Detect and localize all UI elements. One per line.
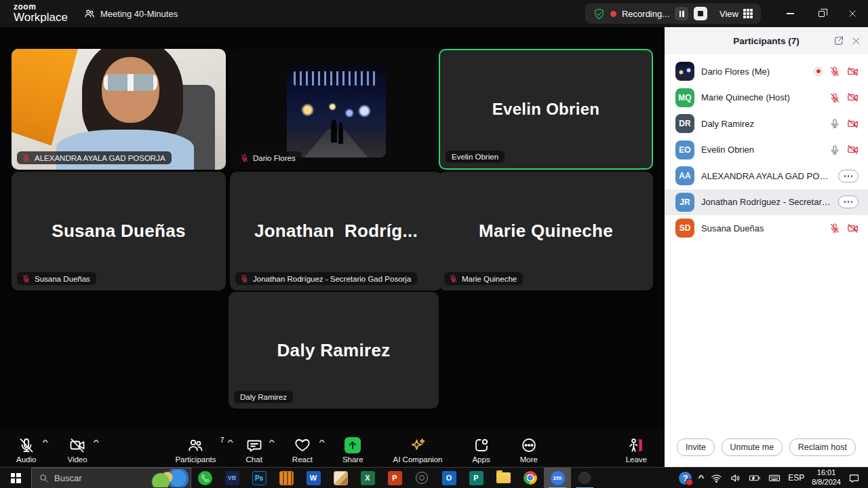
taskbar-whatsapp-icon[interactable] xyxy=(191,468,218,488)
get-help-notification-icon[interactable]: ? xyxy=(679,472,692,485)
battery-charging-icon[interactable] xyxy=(749,472,761,484)
camera-off-icon[interactable] xyxy=(847,144,859,155)
mic-on-icon[interactable] xyxy=(829,118,840,129)
taskbar-publisher-icon[interactable]: P xyxy=(462,468,490,488)
avatar-initials: SD xyxy=(679,223,691,233)
participant-row-evelin[interactable]: EO Evelin Obrien xyxy=(665,137,868,164)
video-tile-dario[interactable]: Dario Flores xyxy=(230,49,442,170)
participant-row-daly[interactable]: DR Daly Ramirez xyxy=(665,111,868,137)
taskbar-explorer-icon[interactable] xyxy=(490,468,517,488)
avatar-initials: JR xyxy=(679,198,690,207)
recording-label: Recording... xyxy=(622,9,669,19)
view-grid-icon xyxy=(743,9,753,18)
apps-icon xyxy=(473,437,490,453)
restore-button[interactable] xyxy=(806,0,837,27)
volume-icon[interactable] xyxy=(730,472,741,484)
more-options-button[interactable] xyxy=(838,170,859,183)
taskbar-chrome-icon[interactable] xyxy=(517,468,544,488)
close-panel-icon[interactable] xyxy=(851,36,861,46)
camera-off-icon[interactable] xyxy=(847,92,859,103)
video-tile-susana[interactable]: Susana Dueñas Susana Dueñas xyxy=(12,172,226,290)
minimize-button[interactable] xyxy=(774,0,806,27)
search-input[interactable] xyxy=(54,473,136,483)
react-button[interactable]: React ^ xyxy=(292,432,313,464)
video-tile-evelin-active-speaker[interactable]: Evelin Obrien Evelin Obrien xyxy=(439,49,653,170)
react-chevron[interactable]: ^ xyxy=(319,438,325,445)
reclaim-host-button[interactable]: Reclaim host xyxy=(789,438,856,456)
chat-chevron[interactable]: ^ xyxy=(269,438,275,445)
taskbar-zoom-icon-active[interactable]: zm xyxy=(544,468,571,488)
stop-recording-button[interactable] xyxy=(694,7,707,20)
share-button[interactable]: Share xyxy=(342,432,363,464)
video-chevron[interactable]: ^ xyxy=(94,438,100,445)
taskbar-videopad-icon[interactable] xyxy=(273,468,300,488)
participants-chevron[interactable]: ^ xyxy=(227,438,233,445)
avatar-initials-badge: JR xyxy=(675,193,694,212)
taskbar-clock[interactable]: 16:01 8/8/2024 xyxy=(812,468,841,487)
apps-button[interactable]: Apps xyxy=(472,432,490,464)
taskbar-connect-icon[interactable] xyxy=(408,468,435,488)
view-button[interactable]: View xyxy=(719,9,753,19)
more-button[interactable]: More xyxy=(520,432,538,464)
camera-off-icon[interactable] xyxy=(847,118,859,130)
touch-keyboard-icon[interactable] xyxy=(768,472,781,484)
participants-panel-header: Participants (7) xyxy=(665,27,868,54)
chat-icon xyxy=(246,437,262,453)
mic-on-icon[interactable] xyxy=(829,145,840,155)
video-tile-marie[interactable]: Marie Quineche Marie Quineche xyxy=(439,172,653,290)
video-tile-alexandra[interactable]: ALEXANDRA AYALA GAD POSORJA xyxy=(12,49,226,170)
taskbar-search[interactable] xyxy=(31,468,191,488)
close-button[interactable] xyxy=(837,0,868,27)
participant-row-alexandra[interactable]: AA ALEXANDRA AYALA GAD POSORJA xyxy=(665,163,868,189)
start-button[interactable] xyxy=(0,468,31,488)
video-button[interactable]: Video ^ xyxy=(67,432,87,464)
muted-mic-icon[interactable] xyxy=(829,223,840,233)
heart-react-icon xyxy=(294,437,311,453)
more-label: More xyxy=(520,455,538,464)
muted-mic-icon[interactable] xyxy=(829,92,840,103)
invite-button[interactable]: Invite xyxy=(677,438,715,456)
taskbar-word-icon[interactable]: W xyxy=(300,468,327,488)
pause-recording-button[interactable] xyxy=(675,7,688,20)
participant-row-marie[interactable]: MQ Marie Quineche (Host) xyxy=(665,85,868,111)
avatar-initials-badge: SD xyxy=(675,219,694,238)
action-center-icon[interactable] xyxy=(848,472,860,484)
leave-button[interactable]: Leave xyxy=(626,432,647,464)
participants-panel-title: Participants (7) xyxy=(733,36,800,46)
window-controls xyxy=(774,0,868,27)
participant-row-jonathan[interactable]: JR Jonathan Rodríguez - Secretario Ga... xyxy=(665,189,868,216)
taskbar-visualbasic-icon[interactable]: VB xyxy=(218,468,245,488)
video-tile-jonathan[interactable]: Jonathan Rodríg... Jonathan Rodríguez - … xyxy=(230,172,442,290)
taskbar-powerpoint-icon[interactable]: P xyxy=(381,468,408,488)
popout-icon[interactable] xyxy=(833,35,844,46)
audio-button[interactable]: Audio ^ xyxy=(16,432,36,464)
view-label: View xyxy=(719,9,738,19)
chat-button[interactable]: Chat ^ xyxy=(246,432,262,464)
taskbar-outlook-icon[interactable]: O xyxy=(435,468,462,488)
muted-mic-icon[interactable] xyxy=(829,66,840,77)
ai-companion-button[interactable]: AI Companion xyxy=(393,432,443,464)
more-options-button[interactable] xyxy=(838,195,859,208)
tray-chevron-up-icon[interactable]: ^ xyxy=(698,474,705,482)
logo-line1: zoom xyxy=(14,3,68,12)
camera-off-icon[interactable] xyxy=(847,66,859,77)
participant-row-susana[interactable]: SD Susana Dueñas xyxy=(665,215,868,242)
wifi-icon[interactable] xyxy=(711,472,722,484)
camera-off-icon[interactable] xyxy=(847,223,859,234)
christmas-lights-art xyxy=(294,71,379,86)
participants-button[interactable]: 7 Participants ^ xyxy=(175,432,216,464)
participant-row-dario[interactable]: Dario Flores (Me) xyxy=(665,58,868,85)
audio-chevron[interactable]: ^ xyxy=(42,438,48,445)
language-indicator[interactable]: ESP xyxy=(788,473,804,483)
unmute-me-button[interactable]: Unmute me xyxy=(722,438,783,456)
logo-line2: Workplace xyxy=(14,12,68,24)
taskbar-running-app-icon[interactable] xyxy=(571,468,598,488)
video-grid: ALEXANDRA AYALA GAD POSORJA Dario Flores… xyxy=(12,49,653,437)
security-shield-icon[interactable] xyxy=(593,8,605,20)
taskbar-photos-icon[interactable] xyxy=(327,468,354,488)
taskbar-excel-icon[interactable]: X xyxy=(354,468,381,488)
meeting-tab[interactable]: Meeting 40-Minutes xyxy=(79,5,183,22)
avatar-initials: MQ xyxy=(678,93,691,102)
video-tile-daly[interactable]: Daly Ramirez Daly Ramirez xyxy=(229,292,439,409)
taskbar-photoshop-icon[interactable]: Ps xyxy=(245,468,273,488)
